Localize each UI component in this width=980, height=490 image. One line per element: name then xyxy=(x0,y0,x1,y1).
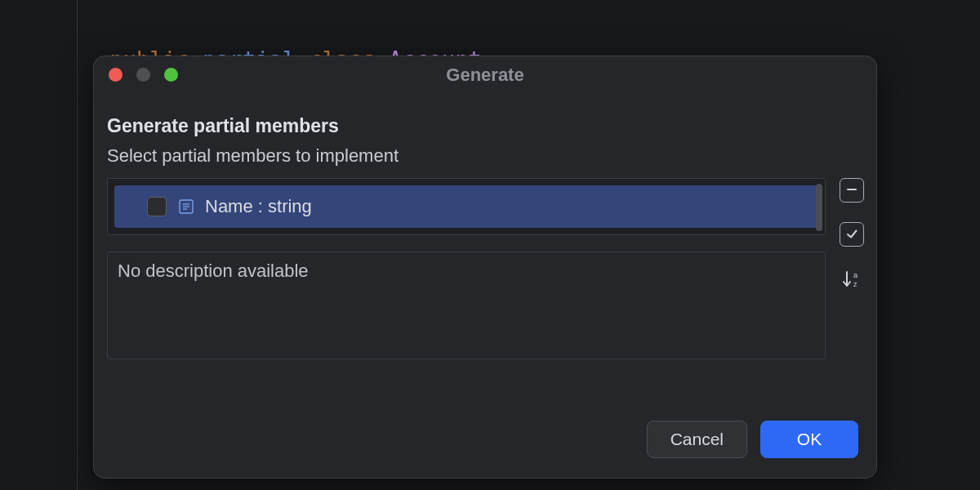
check-icon xyxy=(845,227,858,243)
svg-text:a: a xyxy=(853,271,858,279)
property-icon xyxy=(178,199,194,215)
select-all-button[interactable] xyxy=(840,222,864,247)
dialog-body: Generate partial members Select partial … xyxy=(94,94,876,404)
dialog-content-row: Name : string No description available xyxy=(107,178,868,359)
dialog-footer: Cancel OK xyxy=(94,404,876,478)
list-scrollbar[interactable] xyxy=(816,184,822,231)
deselect-all-button[interactable] xyxy=(840,178,864,203)
member-list[interactable]: Name : string xyxy=(107,178,826,235)
sort-alpha-icon: a z xyxy=(840,268,863,293)
dialog-subheading: Select partial members to implement xyxy=(107,145,868,167)
cancel-button[interactable]: Cancel xyxy=(647,421,747,458)
generate-dialog: Generate Generate partial members Select… xyxy=(93,56,877,479)
sort-alpha-button[interactable]: a z xyxy=(838,266,866,294)
window-zoom-button[interactable] xyxy=(164,68,178,82)
editor-gutter-line xyxy=(77,0,78,490)
window-controls xyxy=(109,68,178,82)
side-button-column: a z xyxy=(835,178,868,359)
description-panel: No description available xyxy=(107,252,826,359)
dialog-heading: Generate partial members xyxy=(107,115,868,137)
minus-icon xyxy=(845,183,858,198)
ok-button[interactable]: OK xyxy=(760,421,858,458)
svg-text:z: z xyxy=(853,280,858,288)
dialog-titlebar: Generate xyxy=(94,56,876,94)
member-checkbox[interactable] xyxy=(147,197,167,216)
window-close-button[interactable] xyxy=(109,68,122,82)
member-label: Name : string xyxy=(205,196,312,217)
list-column: Name : string No description available xyxy=(107,178,826,359)
window-minimize-button[interactable] xyxy=(136,68,150,82)
description-text: No description available xyxy=(118,261,815,282)
dialog-title: Generate xyxy=(446,65,523,86)
member-row[interactable]: Name : string xyxy=(114,185,818,228)
